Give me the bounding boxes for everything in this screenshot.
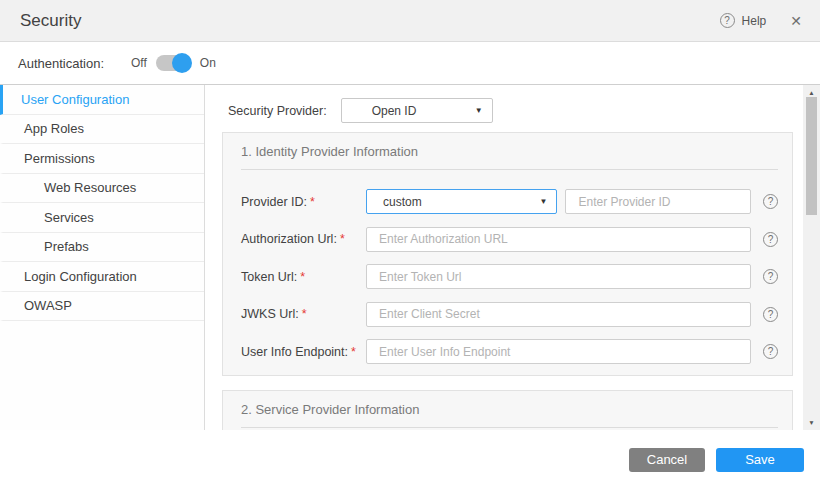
provider-id-select-value: custom [383, 195, 422, 209]
toggle-on-label: On [200, 56, 216, 70]
field-help-icon[interactable]: ? [763, 307, 778, 322]
token-url-label: Token Url:* [241, 270, 366, 284]
required-marker: * [300, 270, 305, 284]
sidebar-item-login-configuration[interactable]: Login Configuration [0, 262, 204, 292]
authorization-url-input[interactable] [366, 227, 751, 252]
user-info-endpoint-input[interactable] [366, 339, 751, 364]
service-provider-section: 2. Service Provider Information [222, 390, 793, 430]
page-title: Security [20, 11, 81, 31]
required-marker: * [310, 195, 315, 209]
save-button[interactable]: Save [716, 448, 804, 472]
dialog-body: User Configuration App Roles Permissions… [0, 85, 820, 430]
sidebar-item-app-roles[interactable]: App Roles [0, 115, 204, 145]
security-provider-row: Security Provider: Open ID ▼ [228, 98, 803, 123]
security-dialog: Security ? Help ✕ Authentication: Off On… [0, 0, 820, 489]
settings-sidebar: User Configuration App Roles Permissions… [0, 85, 205, 430]
section-divider [241, 427, 778, 428]
required-marker: * [340, 232, 345, 246]
chevron-down-icon: ▼ [475, 106, 483, 115]
dialog-footer: Cancel Save [0, 430, 820, 489]
header-actions: ? Help ✕ [720, 13, 802, 29]
user-info-endpoint-row: User Info Endpoint:* ? [241, 339, 778, 364]
user-info-endpoint-label: User Info Endpoint:* [241, 345, 366, 359]
required-marker: * [351, 345, 356, 359]
security-provider-label: Security Provider: [228, 104, 327, 118]
vertical-scrollbar[interactable]: ▲ ▼ [803, 85, 820, 430]
sidebar-item-user-configuration[interactable]: User Configuration [0, 85, 204, 115]
sidebar-item-services[interactable]: Services [0, 203, 204, 233]
content-area: Security Provider: Open ID ▼ 1. Identity… [205, 85, 820, 430]
scrollable-form: Security Provider: Open ID ▼ 1. Identity… [205, 85, 803, 430]
provider-id-row: Provider ID:* custom ▼ ? [241, 189, 778, 214]
field-help-icon[interactable]: ? [763, 194, 778, 209]
token-url-row: Token Url:* ? [241, 264, 778, 289]
field-help-icon[interactable]: ? [763, 269, 778, 284]
token-url-input[interactable] [366, 264, 751, 289]
jwks-url-input[interactable] [366, 302, 751, 327]
provider-id-select[interactable]: custom ▼ [366, 189, 557, 214]
provider-id-label: Provider ID:* [241, 195, 366, 209]
dialog-header: Security ? Help ✕ [0, 0, 820, 42]
scrollbar-thumb[interactable] [806, 97, 817, 215]
identity-section-title: 1. Identity Provider Information [241, 133, 778, 169]
authentication-toggle[interactable] [156, 55, 190, 71]
cancel-button[interactable]: Cancel [629, 448, 705, 472]
authorization-url-row: Authorization Url:* ? [241, 227, 778, 252]
sidebar-item-owasp[interactable]: OWASP [0, 292, 204, 322]
sidebar-item-prefabs[interactable]: Prefabs [0, 233, 204, 263]
help-link[interactable]: Help [742, 14, 767, 28]
section-divider [241, 169, 778, 170]
toggle-knob [172, 53, 192, 73]
jwks-url-label: JWKS Url:* [241, 307, 366, 321]
close-icon[interactable]: ✕ [790, 13, 802, 29]
chevron-down-icon: ▼ [540, 197, 548, 206]
jwks-url-row: JWKS Url:* ? [241, 302, 778, 327]
authentication-label: Authentication: [18, 56, 104, 71]
authentication-row: Authentication: Off On [0, 42, 820, 85]
service-section-title: 2. Service Provider Information [241, 391, 778, 427]
identity-provider-section: 1. Identity Provider Information Provide… [222, 132, 793, 376]
help-icon[interactable]: ? [720, 13, 735, 28]
required-marker: * [302, 307, 307, 321]
scroll-down-icon[interactable]: ▼ [803, 416, 820, 429]
field-help-icon[interactable]: ? [763, 344, 778, 359]
security-provider-select[interactable]: Open ID ▼ [341, 98, 493, 123]
sidebar-item-permissions[interactable]: Permissions [0, 144, 204, 174]
provider-id-input[interactable] [565, 189, 751, 214]
authorization-url-label: Authorization Url:* [241, 232, 366, 246]
sidebar-item-web-resources[interactable]: Web Resources [0, 174, 204, 204]
field-help-icon[interactable]: ? [763, 232, 778, 247]
security-provider-value: Open ID [372, 104, 417, 118]
toggle-off-label: Off [131, 56, 147, 70]
